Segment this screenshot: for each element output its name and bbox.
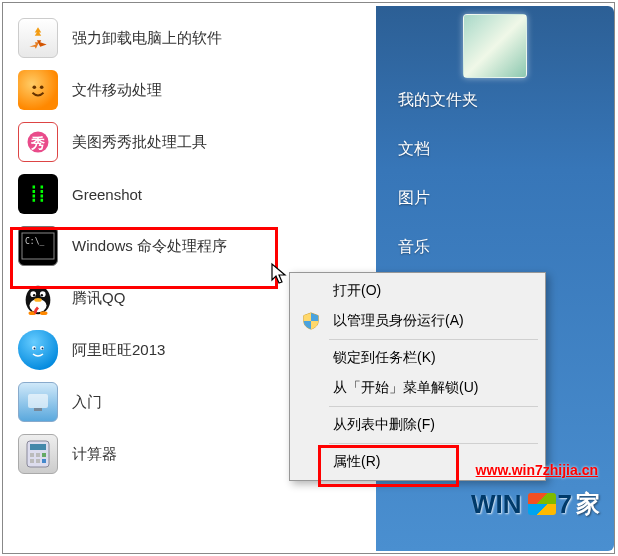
meitu-icon: 秀 [18,122,58,162]
shield-icon [297,310,325,332]
ctx-label: 锁定到任务栏(K) [333,349,436,367]
svg-text:C:\_: C:\_ [25,237,44,246]
svg-rect-27 [36,459,40,463]
right-item-pictures[interactable]: 图片 [376,174,614,223]
app-label: 计算器 [72,445,117,464]
blank-icon [297,451,325,473]
ctx-separator [329,443,538,444]
context-menu: 打开(O) 以管理员身份运行(A) 锁定到任务栏(K) 从「开始」菜单解锁(U)… [289,272,546,481]
svg-rect-19 [28,394,48,408]
right-item-documents[interactable]: 文档 [376,125,614,174]
right-item-myfolder[interactable]: 我的文件夹 [376,76,614,125]
watermark-url: www.win7zhijia.cn [476,462,598,478]
svg-rect-23 [30,453,34,457]
svg-rect-25 [42,453,46,457]
svg-point-9 [40,291,46,297]
svg-rect-24 [36,453,40,457]
svg-point-18 [42,348,44,350]
svg-point-14 [40,311,48,315]
cmd-icon: C:\_ [18,226,58,266]
user-picture[interactable] [463,14,527,78]
svg-rect-26 [30,459,34,463]
calculator-icon [18,434,58,474]
ctx-pin-taskbar[interactable]: 锁定到任务栏(K) [293,343,542,373]
ctx-open[interactable]: 打开(O) [293,276,542,306]
windows-flag-icon [528,493,556,515]
app-label: Greenshot [72,186,142,203]
qq-icon [18,278,58,318]
app-file-move[interactable]: 文件移动处理 [10,64,372,116]
ctx-unpin-start[interactable]: 从「开始」菜单解锁(U) [293,373,542,403]
svg-rect-20 [34,408,42,411]
app-label: 美图秀秀批处理工具 [72,133,207,152]
ctx-separator [329,406,538,407]
app-label: 入门 [72,393,102,412]
app-label: 文件移动处理 [72,81,162,100]
site-logo: WIN 7 家 [471,488,600,520]
recycle-icon [18,18,58,58]
ctx-label: 从「开始」菜单解锁(U) [333,379,478,397]
svg-point-1 [40,85,44,89]
svg-rect-28 [42,459,46,463]
app-greenshot[interactable]: ⁞⁞ Greenshot [10,168,372,220]
app-label: 强力卸载电脑上的软件 [72,29,222,48]
wangwang-icon [18,330,58,370]
blank-icon [297,347,325,369]
svg-point-8 [30,291,36,297]
svg-point-17 [34,348,36,350]
blank-icon [297,377,325,399]
svg-point-12 [34,298,42,302]
file-move-icon [18,70,58,110]
svg-rect-22 [30,444,46,450]
logo-text-cn: 家 [576,488,600,520]
app-label: 腾讯QQ [72,289,125,308]
app-meitu[interactable]: 秀 美图秀秀批处理工具 [10,116,372,168]
app-cmd[interactable]: C:\_ Windows 命令处理程序 [10,220,372,272]
ctx-separator [329,339,538,340]
logo-text-seven: 7 [558,489,572,520]
logo-text-win: WIN [471,489,522,520]
ctx-label: 以管理员身份运行(A) [333,312,464,330]
ctx-label: 从列表中删除(F) [333,416,435,434]
app-label: 阿里旺旺2013 [72,341,165,360]
svg-text:秀: 秀 [30,135,45,151]
blank-icon [297,280,325,302]
ctx-remove-from-list[interactable]: 从列表中删除(F) [293,410,542,440]
app-uninstall[interactable]: 强力卸载电脑上的软件 [10,12,372,64]
app-label: Windows 命令处理程序 [72,237,227,256]
svg-point-11 [41,294,43,296]
ctx-run-as-admin[interactable]: 以管理员身份运行(A) [293,306,542,336]
greenshot-icon: ⁞⁞ [18,174,58,214]
right-item-music[interactable]: 音乐 [376,223,614,272]
svg-point-0 [33,85,37,89]
blank-icon [297,414,325,436]
ctx-label: 属性(R) [333,453,380,471]
svg-point-10 [33,294,35,296]
ctx-label: 打开(O) [333,282,381,300]
getting-started-icon [18,382,58,422]
